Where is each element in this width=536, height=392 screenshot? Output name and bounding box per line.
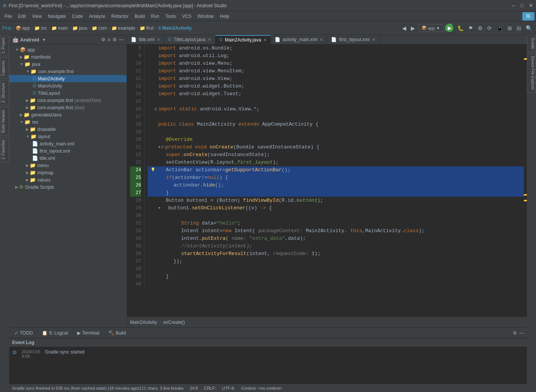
breadcrumb-src[interactable]: 📁src [34,25,47,31]
code-line-23: setContentView(R.layout.first_layout); [148,159,527,166]
sync-project-icon[interactable]: ⚙ [101,37,105,42]
tab-main2activity-java[interactable]: © Main2Activity.java ✕ [215,35,271,44]
tree-item-title-xml[interactable]: 📄 title.xml [9,155,127,162]
breadcrumb-oncreate-bottom[interactable]: onCreate() [163,320,185,325]
attach-button[interactable]: ⚙ [476,24,484,32]
breadcrumb-main2activity-bottom[interactable]: Main2Activity [130,320,157,325]
tab-titlelayout-java-label: TitleLayout.java [174,37,206,42]
tab-build-variants[interactable]: Build Variants [0,107,9,135]
tree-item-titlelayout[interactable]: © TitleLayout [9,89,127,97]
menu-edit[interactable]: Edit [15,13,29,20]
maximize-button[interactable]: □ [520,3,523,8]
tree-item-first-layout-xml[interactable]: 📄 first_layout.xml [9,147,127,155]
menu-build[interactable]: Build [132,13,148,20]
avd-button[interactable]: 📱 [495,24,504,32]
tab-favorites[interactable]: 2: Favorites [0,137,9,162]
run-config-selector[interactable]: 📦 app ▼ [418,24,444,32]
tab-title-xml-close[interactable]: ✕ [157,37,160,42]
tab-first-layout-xml[interactable]: 📄 first_layout.xml ✕ [327,35,379,44]
tree-item-activity-main-xml[interactable]: 📄 activity_main.xml [9,140,127,147]
tab-terminal[interactable]: ▶ Terminal [75,330,102,336]
code-line-13: import android.widget.Button; [148,83,527,90]
tab-todo[interactable]: ✓ TODO [12,330,35,336]
minimize-button[interactable]: ─ [512,3,515,8]
breadcrumb-com[interactable]: 📁com [92,25,107,31]
tab-structure[interactable]: Z: Structure [0,80,9,105]
menu-refactor[interactable]: Refactor [108,13,132,20]
menu-navigate[interactable]: Navigate [45,13,69,20]
breadcrumb-first-pkg[interactable]: 📁first [140,25,153,31]
tab-gradle[interactable]: Gradle [527,35,536,52]
tab-captures[interactable]: Captures [0,58,9,79]
tree-item-drawable[interactable]: ▶ 📁 drawable [9,126,127,133]
panel-minimize-icon[interactable]: — [519,330,524,336]
tree-item-res[interactable]: ▼ 📁 res [9,118,127,126]
code-line-9: import android.util.Log; [148,52,527,60]
tab-activity-main-xml-close[interactable]: ✕ [320,37,323,42]
debug-button[interactable]: 🐛 [456,24,465,32]
breadcrumb-main2activity[interactable]: ©Main2Activity [158,25,192,31]
panel-settings-icon[interactable]: ⚙ [513,330,517,336]
menu-code[interactable]: Code [69,13,86,20]
build-icon: 🔨 [108,330,114,336]
menu-window[interactable]: Window [194,13,217,20]
menu-tools[interactable]: Tools [162,13,179,20]
breadcrumb: First › 📦app › 📁src › 📁main › 📁java › 📁c… [2,25,196,31]
sync-button[interactable]: ⟳ [486,24,493,32]
menu-file[interactable]: File [2,13,15,20]
breadcrumb-example[interactable]: 📁example [111,25,135,31]
run-button[interactable]: ▶ [445,24,454,33]
settings-icon[interactable]: ⚙ [113,37,117,42]
breadcrumb-main[interactable]: 📁main [51,25,68,31]
tree-item-manifests[interactable]: ▶ 📁 manifests [9,53,127,61]
tab-titlelayout-java-close[interactable]: ✕ [208,37,211,42]
menu-run[interactable]: Run [148,13,162,20]
tree-item-values[interactable]: ▶ 📁 values [9,176,127,183]
layout-button[interactable]: ⊟ [515,24,523,32]
code-line-19 [148,128,527,136]
tree-item-main2activity[interactable]: © Main2Activity [9,75,127,82]
tree-label-mainactivity: MainActivity [38,83,62,89]
code-editor[interactable]: 8 9 10 11 12 13 14 15 16 17 18 19 20 21 [127,45,527,317]
tree-item-app[interactable]: ▼ 📦 app [9,46,127,53]
search-everywhere-button[interactable]: 🔍 [524,24,534,32]
forward-button[interactable]: ▶ [409,24,417,32]
breadcrumb-first[interactable]: First [2,25,11,31]
tab-device-file-explorer[interactable]: Device File Explorer [527,53,536,92]
tree-item-generatedjava[interactable]: ▶ 📁 generatedJava [9,111,127,118]
bottom-breadcrumb: Main2Activity › onCreate() [127,317,527,327]
breadcrumb-app[interactable]: 📦app [16,25,30,31]
tab-main2activity-java-close[interactable]: ✕ [263,38,267,43]
dropdown-arrow[interactable]: ▼ [42,38,46,42]
sdk-button[interactable]: ⊞ [506,24,514,32]
baidu-icon[interactable]: 拓 [522,12,534,21]
tree-item-com-example-first[interactable]: ▼ 📁 com.example.first [9,68,127,75]
tab-title-xml[interactable]: 📄 title.xml ✕ [127,35,164,44]
menu-vcs[interactable]: VCS [179,13,195,20]
menu-view[interactable]: View [29,13,45,20]
tree-item-menu[interactable]: ▶ 📁 menu [9,162,127,169]
tab-main2activity-java-label: Main2Activity.java [225,37,261,43]
tree-item-mipmap[interactable]: ▶ 📁 mipmap [9,169,127,176]
back-button[interactable]: ◀ [401,24,408,32]
tab-titlelayout-java[interactable]: © TitleLayout.java ✕ [164,35,215,44]
tree-item-java[interactable]: ▼ 📁 java [9,61,127,68]
breadcrumb-java[interactable]: 📁java [72,25,87,31]
tab-build[interactable]: 🔨 Build [106,330,128,336]
close-button[interactable]: ✕ [529,3,533,8]
tree-item-androidtest[interactable]: ▶ 📁 com.example.first (androidTest) [9,97,127,104]
code-line-33: Intent intent=new Intent( packageContext… [148,227,527,235]
tree-item-test[interactable]: ▶ 📁 com.example.first (test) [9,104,127,111]
coverage-button[interactable]: ⚑ [467,24,475,32]
sort-icon[interactable]: ≡ [108,37,110,42]
menu-analyze[interactable]: Analyze [86,13,108,20]
tree-item-mainactivity[interactable]: © MainActivity [9,82,127,89]
tab-logcat[interactable]: 📋 6: Logcat [40,330,70,336]
menu-help[interactable]: Help [217,13,232,20]
tree-item-gradle-scripts[interactable]: ▶ ⚙ Gradle Scripts [9,183,127,191]
tab-project[interactable]: 1: Project [0,35,9,56]
tab-first-layout-xml-close[interactable]: ✕ [372,37,375,42]
tree-item-layout[interactable]: ▼ 📁 layout [9,133,127,140]
hide-icon[interactable]: — [119,37,124,42]
tab-activity-main-xml[interactable]: 📄 activity_main.xml ✕ [271,35,327,44]
